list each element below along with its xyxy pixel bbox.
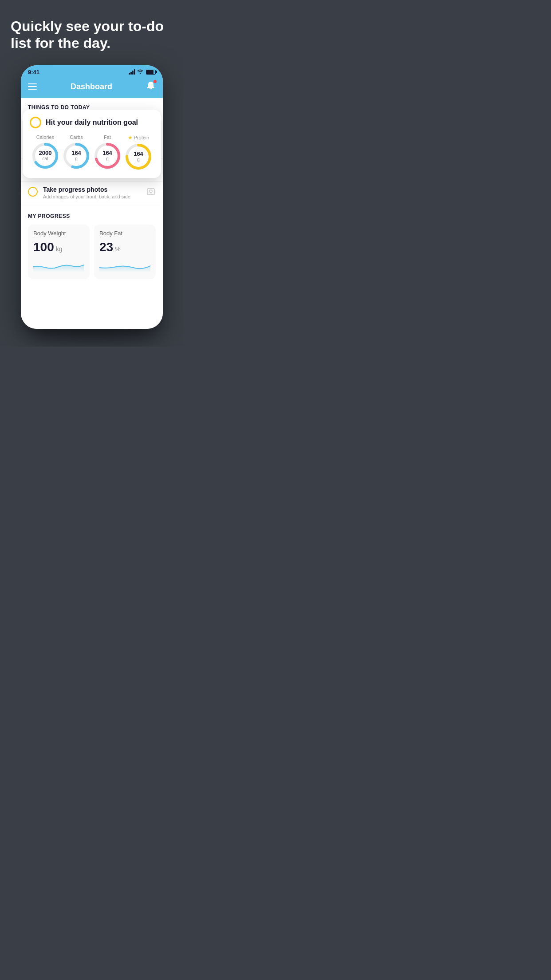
fat-label: Fat (104, 134, 111, 140)
phone-content: THINGS TO DO TODAY Hit your daily nutrit… (21, 98, 163, 329)
body-fat-sparkline (99, 258, 150, 272)
hero-text: Quickly see your to-do list for the day. (11, 18, 173, 52)
svg-point-12 (150, 190, 152, 193)
body-fat-value-row: 23 % (99, 240, 150, 254)
protein-label: ★ Protein (128, 134, 150, 141)
body-weight-sparkline (33, 258, 84, 272)
body-fat-unit: % (115, 245, 120, 253)
macros-row: Calories 2000 cal (30, 134, 154, 171)
todo-progress-photos[interactable]: Take progress photos Add images of your … (21, 182, 163, 204)
macro-fat: Fat 164 g (93, 134, 122, 170)
hamburger-menu-icon[interactable] (28, 83, 37, 90)
macro-protein: ★ Protein 164 (124, 134, 153, 171)
battery-icon (146, 70, 156, 75)
photos-circle (28, 187, 38, 197)
phone-mockup-container: 9:41 (11, 65, 173, 329)
wifi-icon (137, 69, 143, 75)
progress-cards: Body Weight 100 kg (28, 225, 156, 279)
body-fat-label: Body Fat (99, 230, 150, 237)
nutrition-card-title-row: Hit your daily nutrition goal (30, 117, 154, 128)
calories-unit: cal (39, 156, 52, 161)
fat-unit: g (102, 156, 112, 161)
progress-header: MY PROGRESS (28, 213, 156, 219)
protein-unit: g (134, 157, 143, 162)
nutrition-card: Hit your daily nutrition goal Calories (23, 110, 161, 178)
calories-donut: 2000 cal (31, 142, 59, 170)
protein-value: 164 (134, 151, 143, 157)
carbs-unit: g (71, 156, 81, 161)
calories-label: Calories (36, 134, 54, 140)
macro-carbs: Carbs 164 g (62, 134, 91, 170)
calories-value: 2000 (39, 150, 52, 156)
status-bar: 9:41 (21, 65, 163, 77)
body-weight-value: 100 (33, 240, 54, 254)
nav-bar: Dashboard (21, 77, 163, 98)
body-fat-value: 23 (99, 240, 113, 254)
protein-donut: 164 g (124, 142, 153, 171)
bell-icon[interactable] (146, 81, 156, 93)
carbs-label: Carbs (70, 134, 83, 140)
body-weight-value-row: 100 kg (33, 240, 84, 254)
carbs-value: 164 (71, 150, 81, 156)
nutrition-card-title: Hit your daily nutrition goal (46, 119, 138, 126)
body-fat-card[interactable]: Body Fat 23 % (94, 225, 156, 279)
body-weight-card[interactable]: Body Weight 100 kg (28, 225, 90, 279)
body-weight-label: Body Weight (33, 230, 84, 237)
fat-donut: 164 g (93, 142, 122, 170)
photos-subtitle: Add images of your front, back, and side (43, 194, 141, 199)
carbs-donut: 164 g (62, 142, 91, 170)
phone-mockup: 9:41 (21, 65, 163, 329)
person-photo-icon (146, 187, 156, 199)
status-time: 9:41 (28, 69, 39, 75)
photos-text: Take progress photos Add images of your … (43, 186, 141, 199)
fat-value: 164 (102, 150, 112, 156)
notification-dot (153, 80, 157, 83)
body-weight-unit: kg (56, 245, 63, 253)
signal-bars-icon (129, 69, 135, 75)
photos-title: Take progress photos (43, 186, 141, 193)
macro-calories: Calories 2000 cal (31, 134, 59, 170)
status-icons (129, 69, 156, 75)
nav-title: Dashboard (71, 82, 112, 91)
protein-star-icon: ★ (128, 134, 133, 141)
nutrition-circle-check[interactable] (30, 117, 41, 128)
progress-section: MY PROGRESS Body Weight 100 kg (21, 204, 163, 286)
